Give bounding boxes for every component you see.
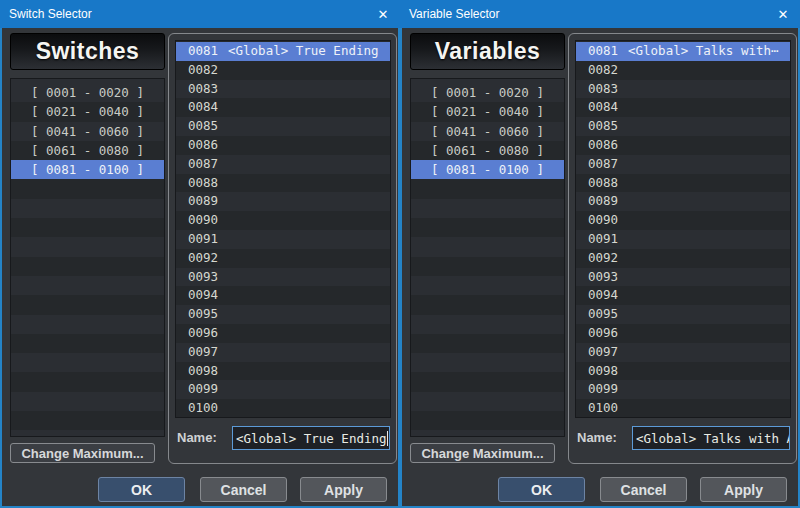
switch-item-list[interactable]: 0081<Global> True Ending0082008300840085… [175,40,391,418]
list-item[interactable]: 0095 [176,305,390,324]
change-maximum-button[interactable]: Change Maximum... [410,443,555,463]
range-list-item[interactable]: [ 0061 - 0080 ] [411,141,564,160]
range-list-item[interactable]: [ 0081 - 0100 ] [11,160,164,179]
titlebar[interactable]: Variable Selector ✕ [400,0,800,28]
list-item[interactable]: 0097 [176,343,390,362]
range-list-item[interactable]: [ 0021 - 0040 ] [411,102,564,121]
apply-button[interactable]: Apply [700,477,787,502]
range-list-item[interactable]: [ 0061 - 0080 ] [11,141,164,160]
list-item[interactable]: 0092 [176,249,390,268]
range-list-item[interactable]: [ 0041 - 0060 ] [411,122,564,141]
list-item[interactable]: 0081<Global> Talks with⋯ [576,42,790,61]
close-icon[interactable]: ✕ [766,0,800,28]
list-item[interactable]: 0100 [176,399,390,418]
list-item[interactable]: 0096 [576,324,790,343]
list-item[interactable]: 0093 [576,268,790,287]
list-item[interactable]: 0100 [576,399,790,418]
cancel-button[interactable]: Cancel [200,477,287,502]
list-item[interactable]: 0089 [576,192,790,211]
range-list-item[interactable]: [ 0021 - 0040 ] [11,102,164,121]
switches-header: Switches [10,33,165,70]
titlebar[interactable]: Switch Selector ✕ [0,0,400,28]
list-item[interactable]: 0083 [176,80,390,99]
switch-group-box: 0081<Global> True Ending0082008300840085… [168,33,397,464]
switch-selector-window: Switch Selector ✕ Switches [ 0001 - 0020… [0,0,400,508]
name-input-text: <Global> True Ending [236,431,387,446]
variable-group-box: 0081<Global> Talks with⋯0082008300840085… [568,33,797,464]
list-item[interactable]: 0098 [176,362,390,381]
list-item[interactable]: 0095 [576,305,790,324]
name-input-text: <Global> Talks with Al [636,431,790,446]
dialog-body: Variables [ 0001 - 0020 ][ 0021 - 0040 ]… [400,28,800,508]
list-item[interactable]: 0089 [176,192,390,211]
apply-button[interactable]: Apply [300,477,387,502]
list-item[interactable]: 0084 [176,98,390,117]
range-list-item[interactable]: [ 0081 - 0100 ] [411,160,564,179]
variable-item-list[interactable]: 0081<Global> Talks with⋯0082008300840085… [575,40,791,418]
list-item[interactable]: 0094 [176,286,390,305]
list-item[interactable]: 0098 [576,362,790,381]
list-item[interactable]: 0090 [576,211,790,230]
list-item[interactable]: 0088 [176,174,390,193]
name-row: Name: <Global> Talks with Al [569,424,796,454]
list-item[interactable]: 0097 [576,343,790,362]
name-input[interactable]: <Global> True Ending [232,426,390,450]
list-item[interactable]: 0083 [576,80,790,99]
list-item[interactable]: 0081<Global> True Ending [176,42,390,61]
list-item[interactable]: 0086 [576,136,790,155]
ok-button[interactable]: OK [498,477,585,502]
list-item[interactable]: 0085 [576,117,790,136]
list-item[interactable]: 0088 [576,174,790,193]
window-title: Variable Selector [409,7,500,21]
name-label: Name: [177,424,217,452]
list-item[interactable]: 0091 [576,230,790,249]
name-label: Name: [577,424,617,452]
list-item[interactable]: 0082 [576,61,790,80]
list-item[interactable]: 0084 [576,98,790,117]
list-item[interactable]: 0096 [176,324,390,343]
list-item[interactable]: 0085 [176,117,390,136]
list-item[interactable]: 0099 [576,380,790,399]
list-item[interactable]: 0099 [176,380,390,399]
variables-header: Variables [410,33,565,70]
list-item[interactable]: 0082 [176,61,390,80]
window-title: Switch Selector [9,7,92,21]
variable-selector-window: Variable Selector ✕ Variables [ 0001 - 0… [400,0,800,508]
list-item[interactable]: 0090 [176,211,390,230]
list-item[interactable]: 0087 [576,155,790,174]
switch-range-list[interactable]: [ 0001 - 0020 ][ 0021 - 0040 ][ 0041 - 0… [10,78,165,437]
close-icon[interactable]: ✕ [366,0,400,28]
list-item[interactable]: 0093 [176,268,390,287]
change-maximum-button[interactable]: Change Maximum... [10,443,155,463]
variable-range-list[interactable]: [ 0001 - 0020 ][ 0021 - 0040 ][ 0041 - 0… [410,78,565,437]
list-item[interactable]: 0086 [176,136,390,155]
range-list-item[interactable]: [ 0041 - 0060 ] [11,122,164,141]
range-list-item[interactable]: [ 0001 - 0020 ] [411,83,564,102]
name-row: Name: <Global> True Ending [169,424,396,454]
dialog-body: Switches [ 0001 - 0020 ][ 0021 - 0040 ][… [0,28,400,508]
list-item[interactable]: 0092 [576,249,790,268]
list-item[interactable]: 0091 [176,230,390,249]
range-list-item[interactable]: [ 0001 - 0020 ] [11,83,164,102]
cancel-button[interactable]: Cancel [600,477,687,502]
text-caret [387,431,388,446]
list-item[interactable]: 0087 [176,155,390,174]
ok-button[interactable]: OK [98,477,185,502]
name-input[interactable]: <Global> Talks with Al [632,426,790,450]
list-item[interactable]: 0094 [576,286,790,305]
